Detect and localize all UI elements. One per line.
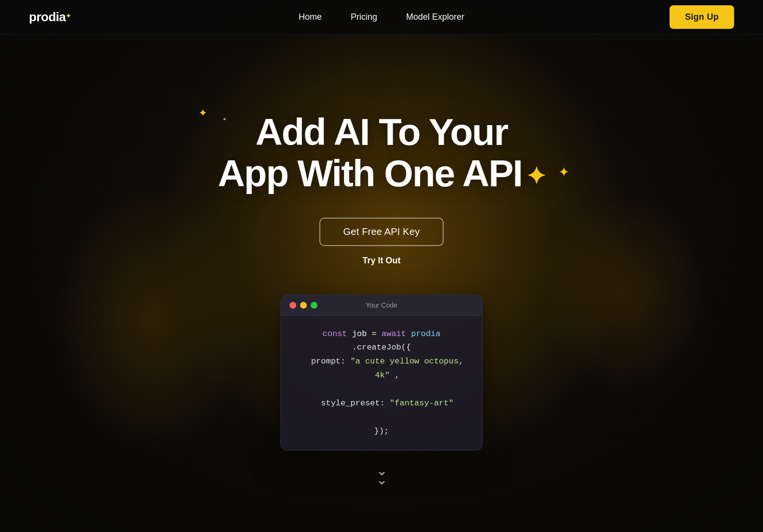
- code-key-style: style_preset:: [321, 399, 390, 408]
- code-line-2: prompt: "a cute yellow octopus, 4k" ,: [294, 355, 469, 383]
- get-api-key-button[interactable]: Get Free API Key: [319, 218, 444, 246]
- code-block-body: const job = await prodia .createJob({ pr…: [281, 316, 482, 450]
- logo-text: prodia✦: [29, 10, 71, 25]
- code-key-prompt: prompt:: [311, 357, 351, 366]
- code-block-label: Your Code: [366, 301, 397, 309]
- scroll-arrow[interactable]: ⌄⌄: [376, 466, 387, 485]
- dot-green: [311, 302, 317, 309]
- sparkle-top-left-small-icon: ✦: [223, 117, 226, 122]
- hero-title: Add AI To Your App With One API✦: [218, 112, 545, 195]
- dot-red: [289, 302, 296, 309]
- nav-links: Home Pricing Model Explorer: [299, 12, 464, 22]
- nav-home[interactable]: Home: [299, 12, 322, 22]
- code-block-header: Your Code: [281, 295, 482, 316]
- code-val-style: "fantasy-art": [390, 399, 454, 408]
- sparkle-top-right-icon: ✦: [558, 164, 569, 180]
- sparkle-top-left-icon: ✦: [198, 107, 207, 119]
- code-line-3: style_preset: "fantasy-art": [294, 397, 469, 411]
- nav-pricing[interactable]: Pricing: [351, 12, 377, 22]
- nav-model-explorer[interactable]: Model Explorer: [406, 12, 464, 22]
- try-it-out-link[interactable]: Try It Out: [362, 256, 400, 266]
- code-comma1: ,: [395, 371, 399, 380]
- signup-button[interactable]: Sign Up: [670, 5, 734, 29]
- code-block: Your Code const job = await prodia .crea…: [280, 295, 483, 451]
- logo-star-icon: ✦: [66, 12, 71, 20]
- code-close: });: [374, 427, 389, 436]
- code-const: const: [323, 329, 347, 338]
- window-dots: [289, 302, 317, 309]
- code-line-1: const job = await prodia .createJob({: [323, 329, 441, 352]
- hero-section: ✦ ✦ Add AI To Your App With One API✦ ✦ G…: [0, 35, 763, 485]
- code-val-prompt: "a cute yellow octopus, 4k": [350, 357, 463, 380]
- hero-title-wrapper: ✦ ✦ Add AI To Your App With One API✦ ✦: [218, 112, 545, 195]
- code-line-4: });: [374, 427, 389, 436]
- code-equals: =: [372, 329, 382, 338]
- code-space: job: [352, 329, 372, 338]
- chevron-down-icon: ⌄⌄: [376, 466, 387, 485]
- code-await: await: [382, 329, 411, 338]
- dot-yellow: [300, 302, 307, 309]
- code-method: .createJob({: [352, 343, 411, 352]
- logo[interactable]: prodia✦: [29, 10, 71, 25]
- sparkle-title-icon: ✦: [526, 163, 545, 190]
- hero-title-line2: App With One API✦: [218, 152, 545, 195]
- hero-title-line1: Add AI To Your: [255, 111, 508, 153]
- navbar: prodia✦ Home Pricing Model Explorer Sign…: [0, 0, 763, 35]
- code-prodia: prodia: [411, 329, 440, 338]
